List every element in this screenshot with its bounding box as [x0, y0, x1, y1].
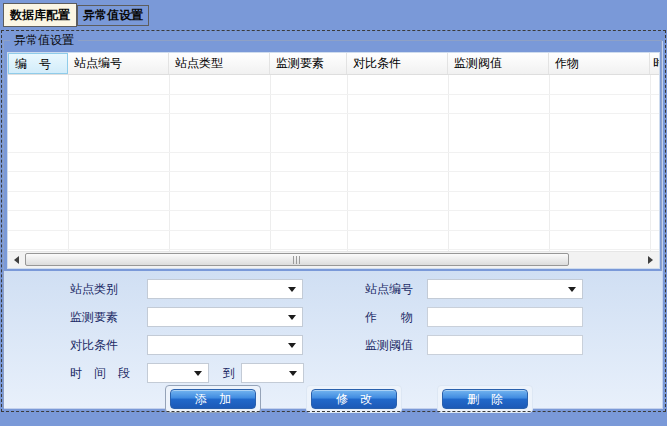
chevron-down-icon	[194, 371, 202, 376]
right-arrow-icon	[648, 256, 653, 264]
add-button[interactable]: 添 加	[170, 389, 256, 409]
monitor-element-combo[interactable]	[147, 307, 303, 327]
scrollbar-left-button[interactable]	[8, 252, 25, 268]
tab-database-config[interactable]: 数据库配置	[3, 3, 77, 27]
column-header-monitor-element[interactable]: 监测要素	[270, 53, 347, 74]
time-to-combo[interactable]	[241, 363, 304, 383]
chevron-down-icon	[289, 371, 297, 376]
tab-outlier-settings-label: 异常值设置	[83, 7, 143, 24]
scrollbar-thumb[interactable]	[25, 253, 569, 266]
time-period-label: 时 间 段	[70, 363, 130, 383]
column-header-station-id[interactable]: 站点编号	[68, 53, 169, 74]
time-to-label: 到	[223, 363, 235, 383]
horizontal-scrollbar[interactable]	[8, 251, 659, 268]
modify-button[interactable]: 修 改	[311, 389, 397, 409]
compare-condition-label: 对比条件	[70, 335, 118, 355]
crop-label: 作 物	[365, 307, 413, 327]
outlier-table: 编 号 站点编号 站点类型 监测要素 对比条件 监测阀值 作物 时	[7, 52, 660, 269]
table-body	[8, 75, 659, 252]
threshold-input[interactable]	[427, 335, 583, 355]
column-header-time[interactable]: 时	[650, 53, 659, 74]
chevron-down-icon	[288, 315, 296, 320]
left-arrow-icon	[14, 256, 19, 264]
column-header-compare-condition[interactable]: 对比条件	[347, 53, 448, 74]
table-header-row: 编 号 站点编号 站点类型 监测要素 对比条件 监测阀值 作物 时	[8, 53, 659, 75]
chevron-down-icon	[288, 287, 296, 292]
column-header-station-type[interactable]: 站点类型	[169, 53, 270, 74]
delete-button[interactable]: 删 除	[442, 389, 528, 409]
tab-database-config-label: 数据库配置	[10, 7, 70, 24]
column-header-threshold[interactable]: 监测阀值	[448, 53, 549, 74]
chevron-down-icon	[568, 287, 576, 292]
compare-condition-combo[interactable]	[147, 335, 303, 355]
monitor-element-label: 监测要素	[70, 307, 118, 327]
chevron-down-icon	[288, 343, 296, 348]
crop-input[interactable]	[427, 307, 583, 327]
add-button-frame: 添 加	[165, 385, 261, 413]
threshold-label: 监测阈值	[365, 335, 413, 355]
modify-button-frame: 修 改	[306, 385, 402, 413]
station-category-label: 站点类别	[70, 279, 118, 299]
column-header-crop[interactable]: 作物	[549, 53, 650, 74]
time-from-combo[interactable]	[147, 363, 209, 383]
station-number-combo[interactable]	[427, 279, 583, 299]
delete-button-frame: 删 除	[437, 385, 533, 413]
scrollbar-grip-icon	[293, 256, 302, 264]
column-header-number[interactable]: 编 号	[8, 53, 68, 74]
tab-outlier-settings[interactable]: 异常值设置	[77, 5, 149, 26]
station-category-combo[interactable]	[147, 279, 303, 299]
station-number-label: 站点编号	[365, 279, 413, 299]
scrollbar-right-button[interactable]	[642, 252, 659, 268]
groupbox-title: 异常值设置	[10, 33, 78, 48]
